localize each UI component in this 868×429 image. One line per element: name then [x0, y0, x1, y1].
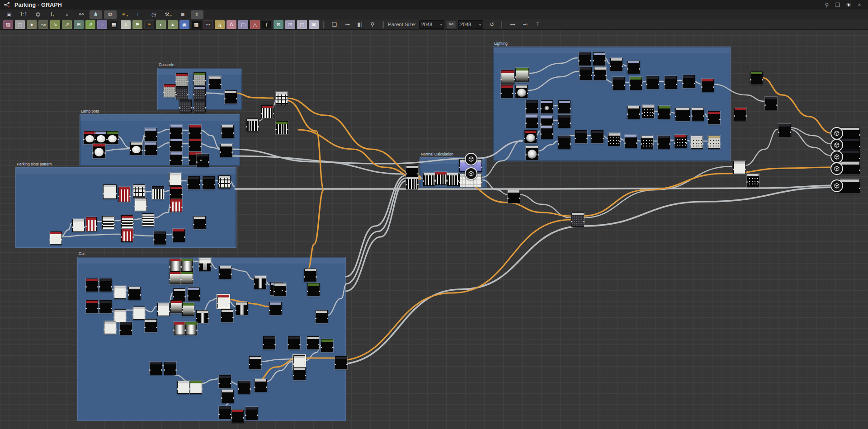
graph-node[interactable] [193, 216, 206, 229]
svg-node-button[interactable]: ◲ [14, 20, 25, 29]
graph-node[interactable] [276, 121, 288, 134]
graph-node[interactable] [86, 217, 97, 231]
output-node[interactable] [830, 151, 843, 163]
graph-node[interactable] [261, 105, 274, 118]
parent-width-select[interactable]: 2048 ▾ [419, 20, 444, 29]
graph-node[interactable] [238, 381, 250, 394]
graph-node[interactable] [274, 283, 286, 296]
graph-node[interactable] [675, 135, 687, 148]
graph-node[interactable] [84, 131, 96, 144]
graph-node[interactable] [501, 70, 514, 85]
wire[interactable] [346, 175, 406, 277]
node-alignment-button[interactable]: ⊸ [520, 20, 530, 29]
graph-node[interactable] [591, 130, 604, 143]
graph-node[interactable] [154, 231, 166, 245]
graph-node[interactable] [217, 295, 229, 308]
graph-node[interactable] [708, 136, 720, 149]
fit-view-button[interactable]: ▣ [3, 10, 15, 19]
bitmap-node-button[interactable]: ▨ [3, 20, 14, 29]
graph-node[interactable] [193, 99, 206, 113]
graph-node[interactable] [189, 125, 201, 138]
graph-node[interactable] [86, 300, 98, 313]
tools-button[interactable]: ⚒▾ [162, 10, 175, 19]
graph-node[interactable] [594, 67, 606, 80]
graph-node[interactable] [304, 269, 316, 282]
wire[interactable] [789, 129, 831, 156]
graph-node[interactable] [508, 190, 520, 203]
output-node[interactable] [830, 162, 843, 175]
graph-node[interactable] [692, 108, 704, 121]
graph-node[interactable] [185, 322, 197, 335]
graph-node[interactable] [541, 100, 553, 113]
output-node[interactable] [830, 127, 843, 140]
graph-node[interactable] [176, 86, 188, 99]
graph-node[interactable] [236, 302, 248, 315]
graph-node[interactable] [176, 73, 188, 86]
text-node-button[interactable]: A [226, 20, 237, 29]
float-panel-button[interactable]: ❐ [834, 1, 842, 9]
graph-node[interactable] [625, 135, 637, 148]
graph-node[interactable] [225, 90, 237, 104]
graph-node[interactable] [196, 310, 208, 323]
parent-height-select[interactable]: 2048 ▾ [458, 20, 483, 29]
graph-node[interactable] [254, 276, 266, 289]
triangle-node-button[interactable]: △ [250, 20, 260, 29]
graph-node[interactable] [423, 173, 435, 186]
link-display-button[interactable]: ⚯ [75, 10, 88, 19]
height-blend-node-button[interactable]: ⇓ [120, 20, 131, 29]
graph-node[interactable] [524, 130, 537, 143]
graph-node[interactable] [222, 390, 234, 403]
tile-generator-node-button[interactable]: ▦ [108, 20, 119, 29]
graph-node[interactable] [778, 124, 791, 137]
graph-node[interactable] [702, 79, 714, 92]
graph-node[interactable] [263, 336, 275, 349]
perlin-node-button[interactable]: ◮ [214, 20, 225, 29]
graph-node[interactable] [579, 52, 591, 66]
graph-node[interactable] [526, 115, 538, 128]
graph-node[interactable] [541, 126, 553, 139]
graph-node[interactable] [750, 71, 763, 85]
graph-node[interactable] [199, 258, 211, 271]
graph-node[interactable] [691, 136, 703, 149]
wire[interactable] [337, 187, 837, 364]
graph-node[interactable] [197, 154, 209, 167]
graph-node[interactable] [170, 259, 182, 272]
graph-node[interactable] [170, 271, 182, 284]
output-node[interactable] [830, 139, 843, 151]
graph-node[interactable] [665, 76, 677, 89]
graph-node[interactable] [106, 131, 118, 144]
graph-node[interactable] [276, 92, 288, 105]
connect-ports-button[interactable]: ⊶ [508, 20, 518, 29]
graph-node[interactable] [255, 379, 267, 392]
graph-node[interactable] [222, 125, 234, 138]
graph-node[interactable] [613, 77, 625, 90]
slope-blur-node-button[interactable]: ⇗ [85, 20, 96, 29]
graph-node[interactable] [307, 336, 319, 349]
graph-node[interactable] [641, 136, 653, 149]
wire[interactable] [346, 181, 406, 291]
graph-node[interactable] [219, 266, 231, 279]
blur-node-button[interactable]: ● [26, 20, 37, 29]
graph-node[interactable] [193, 72, 206, 85]
info-button[interactable]: i▾ [46, 10, 59, 19]
splatter-node-button[interactable]: ⊡ [285, 20, 296, 29]
graph-node[interactable] [406, 176, 418, 189]
dot-node-button[interactable]: ⚭ [144, 20, 155, 29]
graph-node[interactable] [627, 106, 640, 119]
zoom-actual-button[interactable]: 1:1 [17, 10, 30, 19]
layers-view-button[interactable]: ⧉ [104, 10, 117, 19]
graph-node[interactable] [683, 75, 695, 88]
graph-node[interactable] [193, 86, 206, 99]
graph-node[interactable] [170, 199, 182, 212]
graph-node[interactable] [293, 367, 306, 380]
graph-node[interactable] [121, 229, 133, 242]
graph-node[interactable] [608, 133, 620, 146]
graph-node[interactable] [102, 216, 114, 229]
graph-node[interactable] [170, 300, 183, 313]
transform-node-button[interactable]: ⊞ [73, 20, 84, 29]
graph-node[interactable] [173, 229, 185, 242]
selection-node-button[interactable]: ▢ [238, 20, 249, 29]
graph-node[interactable] [558, 136, 571, 149]
graph-node[interactable] [128, 287, 141, 300]
shape-node-button[interactable]: ◰ [297, 20, 307, 29]
